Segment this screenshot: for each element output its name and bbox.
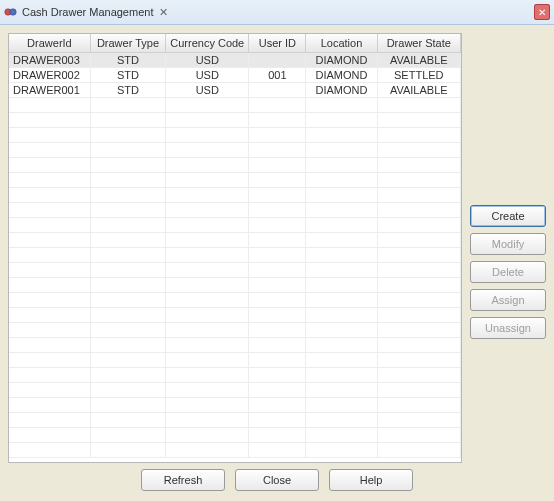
col-user-id[interactable]: User ID [249, 34, 306, 53]
table-row-empty [9, 278, 461, 293]
svg-point-1 [10, 9, 16, 15]
cell-drawer_id: DRAWER002 [9, 68, 90, 83]
table-row[interactable]: DRAWER002STDUSD001DIAMONDSETTLED [9, 68, 461, 83]
cell-currency: USD [166, 83, 249, 98]
modify-button: Modify [470, 233, 546, 255]
table-row-empty [9, 158, 461, 173]
close-button[interactable]: Close [235, 469, 319, 491]
cell-user_id [249, 83, 306, 98]
cell-location: DIAMOND [306, 53, 377, 68]
cell-user_id [249, 53, 306, 68]
table-row-empty [9, 353, 461, 368]
table-row-empty [9, 308, 461, 323]
table-row-empty [9, 203, 461, 218]
col-drawer-id[interactable]: DrawerId [9, 34, 90, 53]
cell-drawer_id: DRAWER003 [9, 53, 90, 68]
cell-location: DIAMOND [306, 83, 377, 98]
col-drawer-type[interactable]: Drawer Type [90, 34, 165, 53]
title-bar: Cash Drawer Management ✕ ✕ [0, 0, 554, 25]
table-row-empty [9, 143, 461, 158]
cell-currency: USD [166, 68, 249, 83]
table-row-empty [9, 173, 461, 188]
assign-button: Assign [470, 289, 546, 311]
cell-state: AVAILABLE [377, 53, 460, 68]
col-drawer-state[interactable]: Drawer State [377, 34, 460, 53]
cell-drawer_type: STD [90, 83, 165, 98]
refresh-button[interactable]: Refresh [141, 469, 225, 491]
cell-currency: USD [166, 53, 249, 68]
table-row[interactable]: DRAWER003STDUSDDIAMONDAVAILABLE [9, 53, 461, 68]
table-row-empty [9, 98, 461, 113]
table-row-empty [9, 218, 461, 233]
side-button-panel: Create Modify Delete Assign Unassign [470, 33, 546, 463]
table-row-empty [9, 263, 461, 278]
window-title: Cash Drawer Management [22, 6, 153, 18]
table-row-empty [9, 443, 461, 458]
cell-drawer_type: STD [90, 68, 165, 83]
table-row-empty [9, 128, 461, 143]
table-row-empty [9, 383, 461, 398]
col-location[interactable]: Location [306, 34, 377, 53]
table-row-empty [9, 233, 461, 248]
close-icon: ✕ [538, 7, 546, 18]
drawer-table[interactable]: DrawerId Drawer Type Currency Code User … [9, 34, 461, 458]
table-row-empty [9, 338, 461, 353]
help-button[interactable]: Help [329, 469, 413, 491]
cell-user_id: 001 [249, 68, 306, 83]
cell-location: DIAMOND [306, 68, 377, 83]
table-body: DRAWER003STDUSDDIAMONDAVAILABLEDRAWER002… [9, 53, 461, 458]
cell-state: SETTLED [377, 68, 460, 83]
unassign-button: Unassign [470, 317, 546, 339]
drawer-table-container: DrawerId Drawer Type Currency Code User … [8, 33, 462, 463]
main-panel: DrawerId Drawer Type Currency Code User … [0, 25, 554, 463]
col-currency[interactable]: Currency Code [166, 34, 249, 53]
table-row-empty [9, 368, 461, 383]
cell-drawer_id: DRAWER001 [9, 83, 90, 98]
header-row: DrawerId Drawer Type Currency Code User … [9, 34, 461, 53]
delete-button: Delete [470, 261, 546, 283]
table-row-empty [9, 188, 461, 203]
window-close-button[interactable]: ✕ [534, 4, 550, 20]
create-button[interactable]: Create [470, 205, 546, 227]
table-row-empty [9, 248, 461, 263]
bottom-button-bar: Refresh Close Help [0, 463, 554, 493]
table-row-empty [9, 428, 461, 443]
cell-drawer_type: STD [90, 53, 165, 68]
table-row-empty [9, 398, 461, 413]
tab-close-icon[interactable]: ✕ [159, 6, 168, 19]
app-icon [4, 5, 18, 19]
cell-state: AVAILABLE [377, 83, 460, 98]
table-row-empty [9, 323, 461, 338]
table-row-empty [9, 113, 461, 128]
table-row-empty [9, 293, 461, 308]
table-row-empty [9, 413, 461, 428]
table-row[interactable]: DRAWER001STDUSDDIAMONDAVAILABLE [9, 83, 461, 98]
